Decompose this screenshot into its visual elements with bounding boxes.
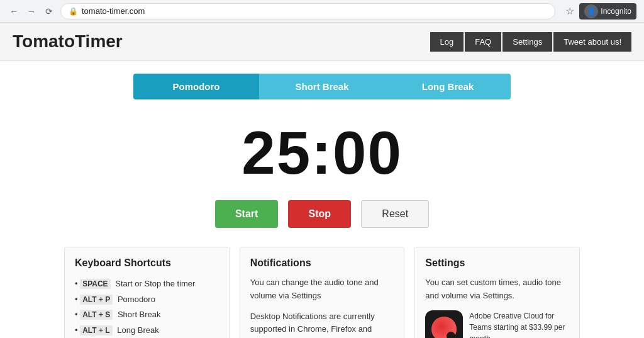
settings-card-title: Settings [425,257,569,269]
list-item: ALT + P Pomodoro [75,292,219,308]
browser-actions: ☆ 👤 Incognito [565,3,636,20]
tab-short-break[interactable]: Short Break [259,74,385,99]
shortcut-key: SPACE [80,279,110,289]
shortcuts-title: Keyboard Shortcuts [75,257,219,269]
app-title: TomatoTimer [13,31,123,52]
faq-button[interactable]: FAQ [465,32,501,52]
tweet-button[interactable]: Tweet about us! [553,32,631,52]
ad-image [425,310,463,338]
list-item: SPACE Start or Stop the timer [75,276,219,292]
back-button[interactable]: ← [8,5,20,18]
timer-display: 25:00 [64,118,580,188]
log-button[interactable]: Log [430,32,464,52]
profile-label: Incognito [601,7,631,16]
list-item: ALT + L Long Break [75,323,219,338]
settings-text: You can set custom times, audio tone and… [425,276,569,303]
ad-area: Adobe Creative Cloud for Teams starting … [425,310,569,338]
forward-button[interactable]: → [25,5,38,18]
stop-button[interactable]: Stop [288,200,351,228]
start-button[interactable]: Start [215,200,278,228]
reload-button[interactable]: ⟳ [43,5,55,18]
tab-long-break[interactable]: Long Break [385,74,511,99]
shortcut-key: ALT + P [80,295,113,305]
avatar: 👤 [584,4,598,18]
address-bar[interactable]: 🔒 tomato-timer.com [60,3,555,20]
lock-icon: 🔒 [69,7,78,16]
timer-time: 25:00 [64,118,580,188]
timer-buttons: Start Stop Reset [64,200,580,228]
ad-logo [431,317,457,338]
shortcut-list: SPACE Start or Stop the timer ALT + P Po… [75,276,219,338]
shortcut-desc: Long Break [117,325,159,335]
browser-chrome: ← → ⟳ 🔒 tomato-timer.com ☆ 👤 Incognito [0,0,644,23]
bookmark-button[interactable]: ☆ [565,5,574,17]
settings-button[interactable]: Settings [502,32,552,52]
ad-content: Adobe Creative Cloud for Teams starting … [469,310,569,338]
ad-title: Adobe Creative Cloud for Teams starting … [469,310,569,338]
tab-pomodoro[interactable]: Pomodoro [133,74,259,99]
notification-text-1: You can change the audio tone and volume… [250,276,394,303]
shortcut-key: ALT + L [80,325,112,335]
reset-button[interactable]: Reset [361,200,429,228]
notifications-title: Notifications [250,257,394,269]
shortcut-desc: Short Break [118,310,161,319]
app-header: TomatoTimer Log FAQ Settings Tweet about… [0,23,644,61]
profile-button[interactable]: 👤 Incognito [579,3,636,20]
shortcut-desc: Start or Stop the timer [115,279,195,288]
shortcut-key: ALT + S [80,310,113,320]
settings-card: Settings You can set custom times, audio… [414,247,580,338]
keyboard-shortcuts-card: Keyboard Shortcuts SPACE Start or Stop t… [64,247,230,338]
main-content: Pomodoro Short Break Long Break 25:00 St… [52,61,592,338]
notifications-card: Notifications You can change the audio t… [240,247,405,338]
info-cards: Keyboard Shortcuts SPACE Start or Stop t… [64,247,580,338]
list-item: ALT + S Short Break [75,307,219,323]
notification-text-2: Desktop Notifications are currently supp… [250,310,394,338]
url-text: tomato-timer.com [82,6,145,16]
timer-tabs: Pomodoro Short Break Long Break [133,74,511,99]
shortcut-desc: Pomodoro [118,295,155,304]
nav-buttons: Log FAQ Settings Tweet about us! [430,32,631,52]
